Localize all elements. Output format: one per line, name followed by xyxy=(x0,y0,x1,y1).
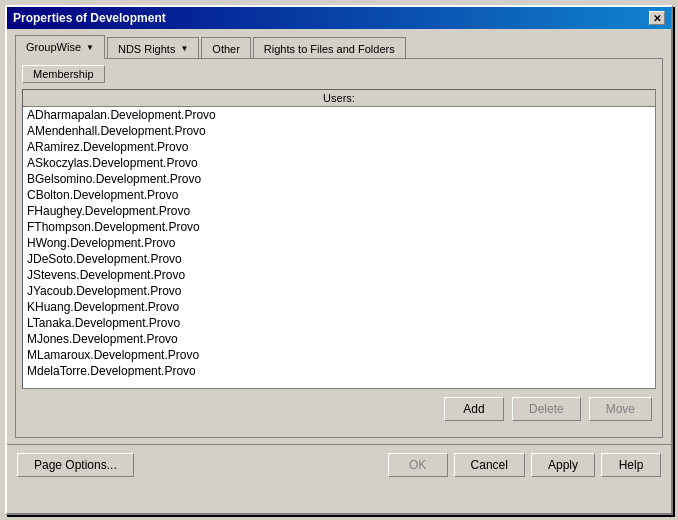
tab-rights-files-label: Rights to Files and Folders xyxy=(264,43,395,55)
window-title: Properties of Development xyxy=(13,11,166,25)
add-button[interactable]: Add xyxy=(444,397,504,421)
help-button[interactable]: Help xyxy=(601,453,661,477)
tab-nds-rights-label: NDS Rights xyxy=(118,43,175,55)
move-button[interactable]: Move xyxy=(589,397,652,421)
list-item[interactable]: FThompson.Development.Provo xyxy=(23,219,655,235)
main-window: Properties of Development ✕ GroupWise ▼ … xyxy=(5,5,673,515)
tab-groupwise-label: GroupWise xyxy=(26,41,81,53)
list-item[interactable]: JYacoub.Development.Provo xyxy=(23,283,655,299)
title-bar: Properties of Development ✕ xyxy=(7,7,671,29)
delete-button[interactable]: Delete xyxy=(512,397,581,421)
list-item[interactable]: ADharmapalan.Development.Provo xyxy=(23,107,655,123)
list-item[interactable]: KHuang.Development.Provo xyxy=(23,299,655,315)
tab-rights-files[interactable]: Rights to Files and Folders xyxy=(253,37,406,59)
footer: Page Options... OK Cancel Apply Help xyxy=(7,444,671,485)
ok-button[interactable]: OK xyxy=(388,453,448,477)
list-item[interactable]: MdelaTorre.Development.Provo xyxy=(23,363,655,377)
close-button[interactable]: ✕ xyxy=(649,11,665,25)
tab-other-label: Other xyxy=(212,43,240,55)
chevron-down-icon: ▼ xyxy=(180,44,188,53)
window-content: GroupWise ▼ NDS Rights ▼ Other Rights to… xyxy=(7,29,671,444)
list-item[interactable]: LTanaka.Development.Provo xyxy=(23,315,655,331)
tab-other[interactable]: Other xyxy=(201,37,251,59)
footer-right-buttons: OK Cancel Apply Help xyxy=(388,453,661,477)
users-list-container: Users: ADharmapalan.Development.ProvoAMe… xyxy=(22,89,656,389)
chevron-down-icon: ▼ xyxy=(86,43,94,52)
users-list-body[interactable]: ADharmapalan.Development.ProvoAMendenhal… xyxy=(23,107,655,377)
list-item[interactable]: AMendenhall.Development.Provo xyxy=(23,123,655,139)
list-item[interactable]: JDeSoto.Development.Provo xyxy=(23,251,655,267)
membership-button[interactable]: Membership xyxy=(22,65,105,83)
list-header: Users: xyxy=(23,90,655,107)
subtab-membership: Membership xyxy=(22,65,656,83)
list-item[interactable]: FHaughey.Development.Provo xyxy=(23,203,655,219)
list-item[interactable]: ASkoczylas.Development.Provo xyxy=(23,155,655,171)
list-item[interactable]: ARamirez.Development.Provo xyxy=(23,139,655,155)
tab-nds-rights[interactable]: NDS Rights ▼ xyxy=(107,37,199,59)
tab-panel: Membership Users: ADharmapalan.Developme… xyxy=(15,58,663,438)
page-options-button[interactable]: Page Options... xyxy=(17,453,134,477)
action-buttons: Add Delete Move xyxy=(22,397,656,421)
list-item[interactable]: JStevens.Development.Provo xyxy=(23,267,655,283)
tab-bar: GroupWise ▼ NDS Rights ▼ Other Rights to… xyxy=(15,35,663,59)
list-item[interactable]: MJones.Development.Provo xyxy=(23,331,655,347)
cancel-button[interactable]: Cancel xyxy=(454,453,525,477)
list-item[interactable]: BGelsomino.Development.Provo xyxy=(23,171,655,187)
list-item[interactable]: MLamaroux.Development.Provo xyxy=(23,347,655,363)
tab-groupwise[interactable]: GroupWise ▼ xyxy=(15,35,105,59)
apply-button[interactable]: Apply xyxy=(531,453,595,477)
list-item[interactable]: CBolton.Development.Provo xyxy=(23,187,655,203)
list-item[interactable]: HWong.Development.Provo xyxy=(23,235,655,251)
